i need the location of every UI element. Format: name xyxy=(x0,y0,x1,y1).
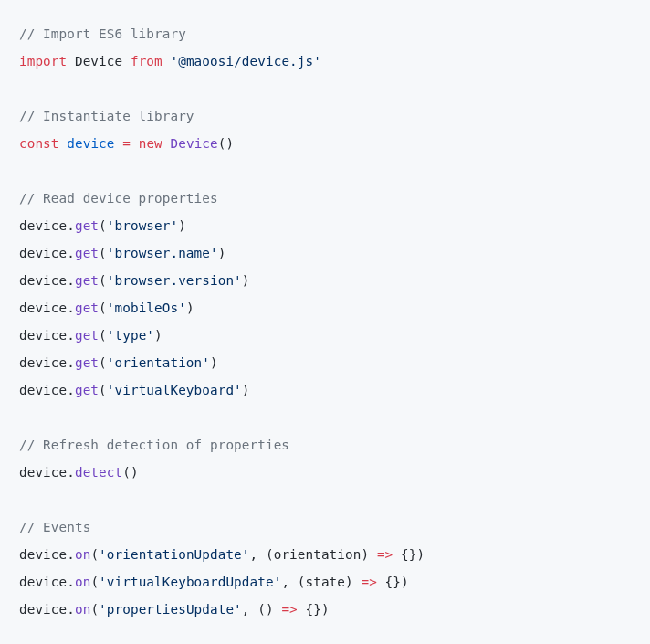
code-token-func: Device xyxy=(171,136,218,151)
code-token-default: ) xyxy=(242,383,250,397)
code-line: import Device from '@maoosi/device.js' xyxy=(19,54,321,69)
code-token-string: 'type' xyxy=(107,328,154,343)
code-token-default: ) xyxy=(186,301,194,315)
code-line: // Read device properties xyxy=(19,191,218,206)
code-line: device.get('mobileOs') xyxy=(19,301,194,315)
code-token-func: detect xyxy=(75,465,122,480)
code-token-default: ( xyxy=(99,218,107,233)
code-line: // Events xyxy=(19,520,90,534)
code-token-default: () xyxy=(122,465,138,480)
code-token-func: get xyxy=(75,218,99,233)
code-token-comment: // Read device properties xyxy=(19,191,218,206)
code-token-string: 'virtualKeyboard' xyxy=(107,383,242,397)
code-line: device.on('propertiesUpdate', () => {}) xyxy=(19,602,330,617)
code-line: // Refresh detection of properties xyxy=(19,438,289,452)
code-token-default: device. xyxy=(19,328,75,343)
code-line: device.get('orientation') xyxy=(19,355,218,370)
code-token-keyword: from xyxy=(131,54,162,69)
code-line: device.on('virtualKeyboardUpdate', (stat… xyxy=(19,575,409,589)
code-token-default: ( xyxy=(99,355,107,370)
code-token-string: 'mobileOs' xyxy=(107,301,186,315)
code-token-comment: // Events xyxy=(19,520,90,534)
code-token-default: ( xyxy=(90,575,99,589)
code-token-default: () xyxy=(218,136,234,151)
code-token-default xyxy=(59,136,68,151)
code-token-func: get xyxy=(75,301,99,315)
code-token-default: device. xyxy=(19,547,75,562)
code-token-keyword: const xyxy=(19,136,59,151)
code-token-default: device. xyxy=(19,355,75,370)
code-token-keyword: new xyxy=(139,136,162,151)
code-token-default: device. xyxy=(19,465,75,480)
code-line: // Import ES6 library xyxy=(19,26,186,41)
code-line: // Instantiate library xyxy=(19,109,194,123)
code-token-default: , () xyxy=(242,602,282,617)
code-token-default: ( xyxy=(99,328,107,343)
code-token-string: 'virtualKeyboardUpdate' xyxy=(99,575,281,589)
code-token-string: 'browser.version' xyxy=(107,273,242,288)
code-block: // Import ES6 library import Device from… xyxy=(0,0,650,643)
code-token-keyword: => xyxy=(377,547,393,562)
code-token-keyword: => xyxy=(281,602,297,617)
code-line: device.detect() xyxy=(19,465,139,480)
code-token-default xyxy=(131,136,139,151)
code-token-string: 'browser' xyxy=(107,218,178,233)
code-token-default: device. xyxy=(19,383,75,397)
code-token-string: 'browser.name' xyxy=(107,246,218,260)
code-line: device.get('browser') xyxy=(19,218,186,233)
code-token-comment: // Refresh detection of properties xyxy=(19,438,289,452)
code-token-string: 'propertiesUpdate' xyxy=(99,602,242,617)
code-token-default: ) xyxy=(210,355,218,370)
code-line: device.get('type') xyxy=(19,328,162,343)
code-token-default: {}) xyxy=(377,575,409,589)
code-token-comment: // Instantiate library xyxy=(19,109,194,123)
code-token-string: 'orientationUpdate' xyxy=(99,547,249,562)
code-token-string: '@maoosi/device.js' xyxy=(170,54,320,69)
code-token-default: , (orientation) xyxy=(250,547,377,562)
code-token-func: on xyxy=(75,602,90,617)
code-token-func: get xyxy=(75,273,99,288)
code-token-func: get xyxy=(75,383,99,397)
code-token-default: , (state) xyxy=(281,575,361,589)
code-line: device.on('orientationUpdate', (orientat… xyxy=(19,547,425,562)
code-token-keyword: = xyxy=(122,136,131,151)
code-token-default: ) xyxy=(242,273,250,288)
code-token-default: device. xyxy=(19,575,75,589)
code-token-default: device. xyxy=(19,246,75,260)
code-token-default: device. xyxy=(19,218,75,233)
code-token-keyword: => xyxy=(361,575,376,589)
code-token-default xyxy=(115,136,123,151)
code-token-declare: device xyxy=(67,136,114,151)
code-line: device.get('browser.name') xyxy=(19,246,225,260)
code-token-default: {}) xyxy=(393,547,425,562)
code-line: device.get('browser.version') xyxy=(19,273,250,288)
code-token-default: ( xyxy=(99,246,107,260)
code-token-default xyxy=(162,136,171,151)
code-token-func: get xyxy=(75,328,99,343)
code-token-string: 'orientation' xyxy=(107,355,210,370)
code-token-func: on xyxy=(75,575,90,589)
code-token-default: ( xyxy=(99,273,107,288)
code-line: const device = new Device() xyxy=(19,136,234,151)
code-token-default: ( xyxy=(99,301,107,315)
code-token-default: ( xyxy=(90,602,99,617)
code-token-default: {}) xyxy=(298,602,330,617)
code-token-default: Device xyxy=(67,54,131,69)
code-token-comment: // Import ES6 library xyxy=(19,26,186,41)
code-token-keyword: import xyxy=(19,54,67,69)
code-token-default: ) xyxy=(178,218,186,233)
code-token-default: ( xyxy=(99,383,107,397)
code-token-default: ) xyxy=(154,328,162,343)
code-token-default: device. xyxy=(19,301,75,315)
code-token-func: get xyxy=(75,246,99,260)
code-token-func: on xyxy=(75,547,90,562)
code-token-default: device. xyxy=(19,273,75,288)
code-token-default: ) xyxy=(218,246,226,260)
code-line: device.get('virtualKeyboard') xyxy=(19,383,250,397)
code-token-func: get xyxy=(75,355,99,370)
code-token-default: device. xyxy=(19,602,75,617)
code-token-default: ( xyxy=(90,547,99,562)
